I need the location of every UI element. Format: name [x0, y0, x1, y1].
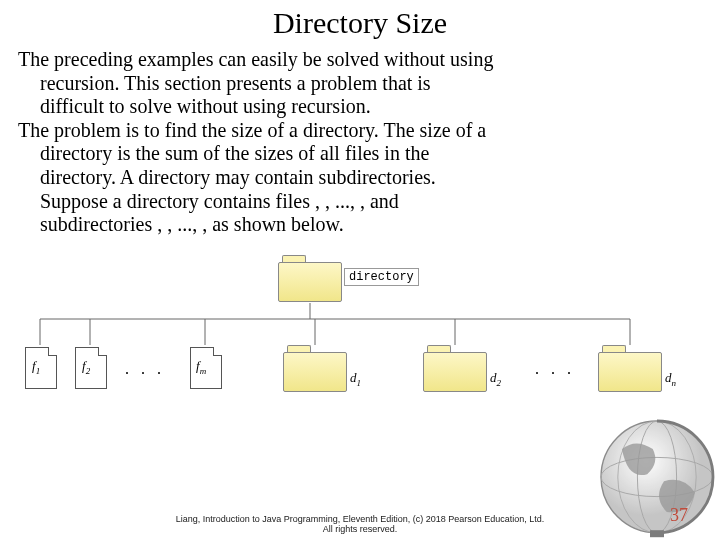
p1-line1: The preceding examples can easily be sol… — [18, 48, 493, 70]
dir-icon-2 — [423, 345, 485, 391]
root-folder-icon — [278, 255, 340, 301]
p2-line5: subdirectories , , ..., , as shown below… — [18, 213, 702, 237]
slide-footer: Liang, Introduction to Java Programming,… — [0, 514, 720, 534]
dir-icon-n — [598, 345, 660, 391]
p2-line4: Suppose a directory contains files , , .… — [18, 190, 702, 214]
dir-icon-1 — [283, 345, 345, 391]
p1-line2: recursion. This section presents a probl… — [18, 72, 702, 96]
file-label-m: fm — [196, 358, 206, 376]
slide-body: The preceding examples can easily be sol… — [0, 48, 720, 237]
dir-label-1: d1 — [350, 370, 361, 388]
root-folder-label: directory — [344, 268, 419, 286]
p1-line3: difficult to solve without using recursi… — [18, 95, 702, 119]
p2-line2: directory is the sum of the sizes of all… — [18, 142, 702, 166]
dir-dots: . . . — [535, 360, 575, 378]
dir-label-2: d2 — [490, 370, 501, 388]
p2-line3: directory. A directory may contain subdi… — [18, 166, 702, 190]
slide-title: Directory Size — [0, 6, 720, 40]
footer-line-2: All rights reserved. — [323, 524, 398, 534]
file-icon-1 — [25, 347, 57, 389]
dir-label-n: dn — [665, 370, 676, 388]
page-number: 37 — [670, 505, 688, 526]
footer-line-1: Liang, Introduction to Java Programming,… — [176, 514, 545, 524]
file-dots: . . . — [125, 360, 165, 378]
p2-line1: The problem is to find the size of a dir… — [18, 119, 486, 141]
file-icon-2 — [75, 347, 107, 389]
file-label-2: f2 — [82, 358, 90, 376]
file-label-1: f1 — [32, 358, 40, 376]
directory-diagram: directory f1 f2 . . . fm d1 d2 . . . dn — [20, 255, 700, 415]
